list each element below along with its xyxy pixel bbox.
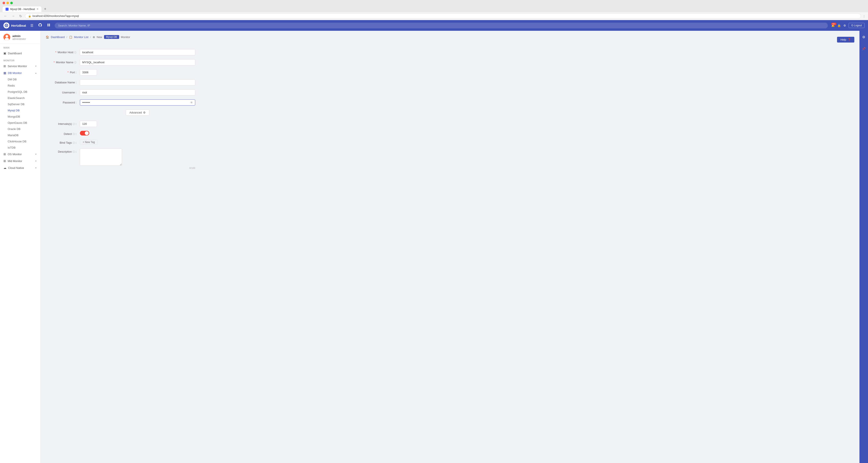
toggle-slider xyxy=(80,131,89,136)
description-textarea[interactable] xyxy=(80,149,122,166)
sidebar-sub-mongodb[interactable]: MongoDB xyxy=(0,114,40,120)
bind-tags-row: Bind Tags ⓘ : + New Tag xyxy=(46,140,195,145)
sidebar-sub-elasticsearch[interactable]: ElasticSearch xyxy=(0,95,40,101)
sidebar-sub-mysql[interactable]: Mysql DB xyxy=(0,107,40,114)
detect-toggle[interactable] xyxy=(80,131,89,136)
navbar: HertzBeat ☰ 🔔 99+ 🔒 ⚙ G Logout xyxy=(0,20,868,31)
search-input[interactable] xyxy=(55,23,828,28)
advanced-section: Advanced ⚙ xyxy=(80,110,195,116)
monitor-host-help-icon[interactable]: ⓘ xyxy=(74,51,76,54)
intervals-input[interactable] xyxy=(80,121,97,127)
password-input[interactable] xyxy=(80,99,195,106)
user-name: admin xyxy=(12,34,26,38)
sidebar-sub-mariadb[interactable]: MariaDB xyxy=(0,132,40,138)
maximize-button[interactable] xyxy=(10,2,13,4)
notification-bell[interactable]: 🔔 99+ xyxy=(831,24,835,27)
tab-close-icon[interactable]: ✕ xyxy=(36,8,38,10)
minimize-button[interactable] xyxy=(6,2,9,4)
sidebar-item-db-monitor[interactable]: ▦ DB Monitor ▲ xyxy=(0,69,40,76)
eye-icon[interactable]: 👁 xyxy=(190,101,193,104)
breadcrumb-icon: 🏠 xyxy=(46,35,49,39)
monitor-host-input[interactable] xyxy=(80,49,195,55)
right-panel-settings-button[interactable]: ⚙ xyxy=(861,33,867,41)
sidebar-sub-sqlserver[interactable]: SqlServer DB xyxy=(0,101,40,107)
os-monitor-icon: ⊞ xyxy=(3,152,6,156)
monitor-section-label: Monitor xyxy=(0,57,40,63)
lock-icon: 🔒 xyxy=(28,15,31,18)
bind-tags-label: Bind Tags ⓘ : xyxy=(46,140,80,145)
monitor-host-label: * Monitor Host ⓘ xyxy=(46,49,80,54)
avatar xyxy=(3,34,10,40)
port-input[interactable] xyxy=(80,69,97,76)
sidebar-sub-redis[interactable]: Redis xyxy=(0,83,40,89)
chevron-down-icon: ▼ xyxy=(35,153,37,155)
sidebar-sub-oracle[interactable]: Oracle DB xyxy=(0,126,40,132)
monitor-name-help-icon[interactable]: ⓘ xyxy=(74,61,76,64)
logo: HertzBeat xyxy=(3,23,26,28)
slack-icon[interactable] xyxy=(46,23,51,28)
sidebar-sub-opengauss[interactable]: OpenGauss DB xyxy=(0,120,40,126)
sidebar-item-mid-monitor[interactable]: ⊞ Mid Monitor ▼ xyxy=(0,157,40,164)
sidebar-item-dashboard[interactable]: ▣ DashBoard xyxy=(0,50,40,57)
close-button[interactable] xyxy=(3,2,5,4)
form-container: * Monitor Host ⓘ * Monitor Name ⓘ xyxy=(46,49,195,169)
user-section: admin administrator xyxy=(0,31,40,44)
sidebar-sub-iotdb[interactable]: IoTDB xyxy=(0,145,40,151)
sidebar-item-cloud-native[interactable]: ☁ Cloud Native ▼ xyxy=(0,164,40,171)
right-panel: ⚙ 📌 xyxy=(860,31,868,463)
breadcrumb-icon-list: 📋 xyxy=(69,35,72,39)
nav-settings-icon[interactable]: ⚙ xyxy=(843,24,846,27)
forward-button[interactable]: → xyxy=(10,14,16,19)
help-button[interactable]: Help ❓ xyxy=(837,37,854,42)
back-button[interactable]: ← xyxy=(3,14,8,19)
monitor-name-row: * Monitor Name ⓘ xyxy=(46,59,195,65)
database-name-label: Database Name : xyxy=(46,79,80,84)
breadcrumb-dashboard[interactable]: DashBoard xyxy=(51,35,65,39)
menu-icon[interactable]: ☰ xyxy=(29,23,34,28)
description-label: Description ⓘ : xyxy=(46,149,80,153)
user-info: admin administrator xyxy=(12,34,26,40)
breadcrumb-new-icon: ⊕ xyxy=(93,35,95,39)
github-icon[interactable] xyxy=(38,23,43,28)
intervals-label: Intervals(s) ⓘ : xyxy=(46,121,80,126)
add-tag-button[interactable]: + New Tag xyxy=(80,140,98,145)
username-input[interactable] xyxy=(80,89,195,95)
browser-menu-icon[interactable]: ⋮ xyxy=(863,15,865,18)
tab-favicon xyxy=(5,8,8,11)
help-label: Help xyxy=(840,38,846,41)
sidebar-sub-postgresql[interactable]: PostgreSQL DB xyxy=(0,89,40,95)
nav-lock-icon[interactable]: 🔒 xyxy=(837,24,841,27)
help-icon: ❓ xyxy=(847,38,851,41)
bind-tags-help-icon[interactable]: ⓘ xyxy=(73,142,75,144)
logout-button[interactable]: G Logout xyxy=(848,23,865,28)
intervals-help-icon[interactable]: ⓘ xyxy=(73,123,75,125)
svg-rect-6 xyxy=(49,25,50,26)
monitor-name-input[interactable] xyxy=(80,59,195,65)
chevron-down-icon: ▼ xyxy=(35,65,37,67)
chevron-down-icon: ▼ xyxy=(35,160,37,162)
reload-button[interactable]: ↻ xyxy=(18,14,23,19)
sidebar-item-label: DB Monitor xyxy=(8,71,22,75)
breadcrumb-monitor-list[interactable]: Monitor List xyxy=(74,35,88,39)
description-help-icon[interactable]: ⓘ xyxy=(73,150,75,153)
new-tab-button[interactable]: + xyxy=(42,6,48,12)
browser-tab[interactable]: Mysql DB - HertzBeat ✕ xyxy=(3,6,41,12)
sidebar-sub-clickhouse[interactable]: ClickHouse DB xyxy=(0,138,40,145)
main-panel: 🏠 DashBoard / 📋 Monitor List / ⊕ New Mys… xyxy=(40,31,860,463)
nav-right: 🔔 99+ 🔒 ⚙ G Logout xyxy=(831,23,865,28)
detect-help-icon[interactable]: ⓘ xyxy=(73,133,75,135)
sidebar-item-service-monitor[interactable]: ⊞ Service Monitor ▼ xyxy=(0,63,40,69)
address-bar[interactable]: 🔒 localhost:4200/monitors/new?app=mysql xyxy=(25,13,861,19)
password-row: Password : 👁 xyxy=(46,99,195,106)
db-monitor-icon: ▦ xyxy=(3,71,6,75)
advanced-button[interactable]: Advanced ⚙ xyxy=(126,110,149,116)
database-name-row: Database Name : xyxy=(46,79,195,86)
breadcrumb: 🏠 DashBoard / 📋 Monitor List / ⊕ New Mys… xyxy=(46,35,130,39)
sidebar-sub-dm-db[interactable]: DM DB xyxy=(0,76,40,83)
right-panel-pin-button[interactable]: 📌 xyxy=(860,45,868,53)
sidebar-item-label: Cloud Native xyxy=(8,166,24,170)
sidebar-item-os-monitor[interactable]: ⊞ OS Monitor ▼ xyxy=(0,151,40,157)
database-name-input[interactable] xyxy=(80,79,195,86)
detect-label: Detect ⓘ : xyxy=(46,131,80,136)
chevron-up-icon: ▲ xyxy=(35,72,37,74)
